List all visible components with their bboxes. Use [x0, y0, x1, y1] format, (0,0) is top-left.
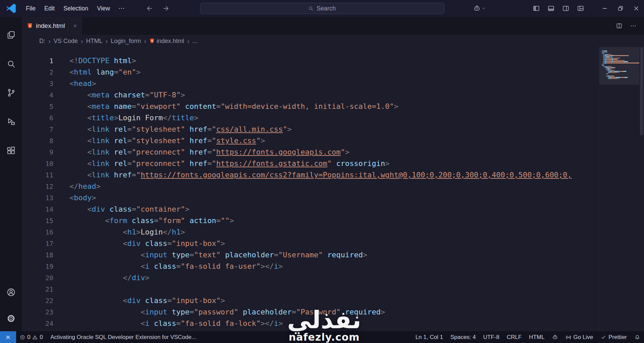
code-line[interactable]: 4 <meta charset="UTF-8">	[22, 89, 599, 101]
layout-customize-icon	[577, 5, 584, 12]
chevron-down-icon	[481, 6, 486, 11]
code-line[interactable]: 16 <h1>Login</h1>	[22, 226, 599, 238]
code-line[interactable]: 1<!DOCTYPE html>	[22, 55, 599, 67]
customize-layout-button[interactable]	[573, 0, 588, 17]
activitybar-search[interactable]	[3, 56, 19, 72]
minimap-line	[602, 69, 639, 70]
activitybar-extensions[interactable]	[3, 142, 19, 159]
code-line[interactable]: 10 <link rel="preconnect" href="https://…	[22, 158, 599, 169]
statusbar-prettier-label: Prettier	[608, 334, 627, 341]
editor[interactable]: 1<!DOCTYPE html>2<html lang="en">3<head>…	[22, 47, 644, 331]
code-line[interactable]: 23 <input type="password" placeholder="P…	[22, 306, 599, 318]
line-number: 15	[22, 215, 53, 226]
statusbar-indentation-label: Spaces: 4	[450, 334, 476, 341]
account-icon	[6, 288, 16, 297]
breadcrumb-item[interactable]: HTML	[86, 38, 102, 45]
line-number: 20	[22, 272, 53, 284]
search-input[interactable]: Search	[200, 3, 444, 14]
minimap-line	[602, 53, 639, 54]
statusbar-copilot[interactable]	[548, 331, 562, 343]
menu-edit[interactable]: Edit	[40, 3, 59, 14]
line-number: 24	[22, 318, 53, 329]
minimap-line	[602, 71, 639, 72]
code-line[interactable]: 5 <meta name="viewport" content="width=d…	[22, 101, 599, 112]
statusbar-encoding[interactable]: UTF-8	[480, 331, 503, 343]
statusbar-indentation[interactable]: Spaces: 4	[447, 331, 480, 343]
code-line[interactable]: 18 <input type="text" placeholder="Usern…	[22, 249, 599, 261]
problems-indicator[interactable]: 0 0	[16, 331, 47, 343]
back-arrow-icon[interactable]	[146, 5, 153, 12]
statusbar-go-live[interactable]: Go Live	[562, 331, 597, 343]
menu-selection[interactable]: Selection	[59, 3, 93, 14]
code-line[interactable]: 22 <div class="input-box">	[22, 295, 599, 306]
code-line[interactable]: 13<body>	[22, 192, 599, 204]
close-button[interactable]	[628, 0, 644, 17]
code-line[interactable]: 19 <i class="fa-solid fa-user"></i>	[22, 261, 599, 272]
scrollbar-thumb[interactable]	[640, 47, 643, 135]
vertical-scrollbar[interactable]	[639, 47, 644, 331]
activitybar-explorer[interactable]	[3, 27, 19, 43]
breadcrumb-item[interactable]: D:	[39, 38, 45, 45]
code-line[interactable]: 14 <div class="container">	[22, 204, 599, 215]
minimap[interactable]	[599, 47, 639, 331]
menu-more-icon[interactable]	[118, 5, 125, 12]
toggle-panel-button[interactable]	[544, 0, 558, 17]
editor-more-icon[interactable]	[630, 23, 637, 29]
restore-button[interactable]	[612, 0, 628, 17]
activitybar-account[interactable]	[3, 284, 19, 300]
statusbar-language-mode[interactable]: HTML	[525, 331, 548, 343]
status-message[interactable]: Activating Oracle SQL Developer Extensio…	[47, 331, 200, 343]
statusbar-notifications[interactable]	[631, 331, 644, 343]
minimize-button[interactable]	[597, 0, 612, 17]
copilot-menu-button[interactable]	[473, 5, 486, 12]
line-number: 12	[22, 181, 53, 192]
split-editor-icon[interactable]	[616, 23, 623, 29]
line-number: 1	[22, 55, 53, 67]
code-line[interactable]: 20 </div>	[22, 272, 599, 284]
code-line[interactable]: 21	[22, 284, 599, 295]
line-number: 8	[22, 135, 53, 146]
line-number: 19	[22, 261, 53, 272]
code-text: <link rel="preconnect" href="https://fon…	[53, 146, 350, 158]
statusbar-prettier[interactable]: Prettier	[597, 331, 631, 343]
menu-file[interactable]: File	[21, 3, 40, 14]
search-icon	[6, 59, 16, 69]
code-line[interactable]: 15 <form class="form" action="">	[22, 215, 599, 226]
activitybar-run-debug[interactable]	[3, 114, 19, 130]
code-text: <div class="container">	[53, 204, 190, 215]
code-line[interactable]: 12</head>	[22, 181, 599, 192]
code-line[interactable]: 2<html lang="en">	[22, 67, 599, 78]
code-line[interactable]: 7 <link rel="stylesheet" href="css/all.m…	[22, 124, 599, 135]
breadcrumb-item[interactable]: 5index.html	[149, 38, 184, 45]
toggle-sidebar-button[interactable]	[529, 0, 544, 17]
tab-close-icon[interactable]	[73, 24, 78, 28]
toggle-secondary-sidebar-button[interactable]	[558, 0, 573, 17]
breadcrumb-item[interactable]: VS Code	[54, 38, 78, 45]
code-line[interactable]: 24 <i class="fa-solid fa-lock"></i>	[22, 318, 599, 329]
code-line[interactable]: 9 <link rel="preconnect" href="https://f…	[22, 146, 599, 158]
forward-arrow-icon[interactable]	[162, 5, 169, 12]
code-line[interactable]: 11 <link href="https://fonts.googleapis.…	[22, 169, 599, 181]
minimap-line	[602, 67, 639, 68]
statusbar-cursor-position[interactable]: Ln 1, Col 1	[412, 331, 447, 343]
line-number: 23	[22, 306, 53, 318]
code-text: <html lang="en">	[53, 67, 141, 78]
code-line[interactable]: 8 <link rel="stylesheet" href="style.css…	[22, 135, 599, 146]
remote-indicator[interactable]	[0, 331, 16, 343]
menu-view[interactable]: View	[93, 3, 114, 14]
activitybar-settings[interactable]	[3, 310, 19, 327]
activitybar-source-control[interactable]	[3, 85, 19, 101]
breadcrumb-item[interactable]: ...	[193, 38, 198, 45]
line-number: 14	[22, 204, 53, 215]
statusbar-eol[interactable]: CRLF	[503, 331, 525, 343]
tab-label: index.html	[36, 22, 65, 30]
code-line[interactable]: 3<head>	[22, 78, 599, 89]
code-line[interactable]: 6 <title>Login Form</title>	[22, 112, 599, 124]
breadcrumb-item[interactable]: Login_form	[111, 38, 141, 45]
tab-index-html[interactable]: 5 index.html	[22, 17, 83, 35]
statusbar-right: Ln 1, Col 1Spaces: 4UTF-8CRLFHTMLGo Live…	[412, 331, 644, 343]
code-line[interactable]: 17 <div class="input-box">	[22, 238, 599, 249]
line-number: 21	[22, 284, 53, 295]
minimap-line	[602, 72, 639, 73]
activity-bar-top	[3, 27, 19, 159]
